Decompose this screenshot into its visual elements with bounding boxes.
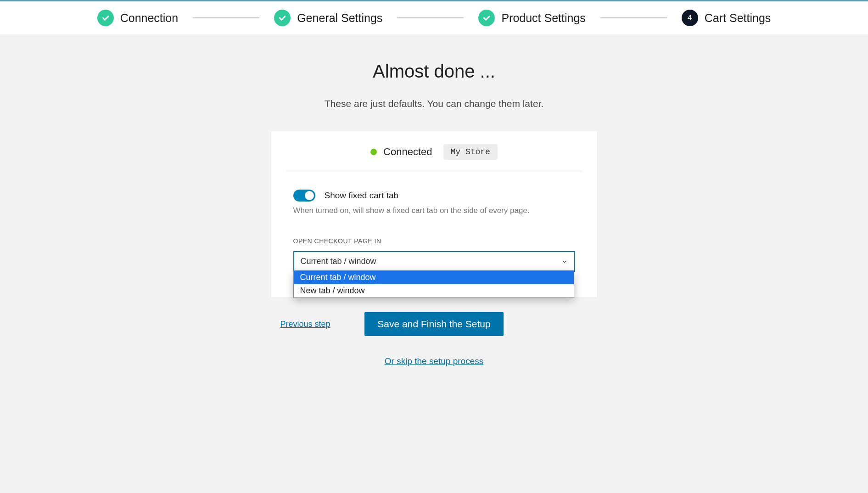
checkout-option-new-tab[interactable]: New tab / window bbox=[294, 284, 574, 297]
check-circle-icon bbox=[97, 10, 114, 26]
skip-link-row: Or skip the setup process bbox=[0, 356, 868, 385]
page-subtitle: These are just defaults. You can change … bbox=[0, 98, 868, 109]
cart-tab-toggle-label: Show fixed cart tab bbox=[325, 190, 399, 201]
checkout-select-wrapper: Current tab / window Current tab / windo… bbox=[293, 251, 575, 272]
chevron-down-icon bbox=[561, 258, 568, 265]
step-label: General Settings bbox=[297, 11, 382, 25]
step-connector bbox=[193, 17, 259, 18]
toggle-knob bbox=[305, 191, 314, 200]
cart-tab-toggle-description: When turned on, will show a fixed cart t… bbox=[293, 206, 575, 215]
step-label: Cart Settings bbox=[705, 11, 771, 25]
page-title: Almost done ... bbox=[0, 61, 868, 82]
store-name-badge: My Store bbox=[443, 144, 498, 160]
step-connector bbox=[397, 17, 464, 18]
step-label: Product Settings bbox=[501, 11, 585, 25]
card-header: Connected My Store bbox=[271, 131, 597, 171]
check-circle-icon bbox=[478, 10, 495, 26]
skip-setup-link[interactable]: Or skip the setup process bbox=[385, 356, 483, 366]
step-number: 4 bbox=[688, 13, 692, 22]
checkout-select[interactable]: Current tab / window bbox=[293, 251, 575, 272]
step-cart-settings[interactable]: 4 Cart Settings bbox=[682, 10, 771, 26]
progress-steps-bar: Connection General Settings Product Sett… bbox=[0, 1, 868, 34]
step-label: Connection bbox=[120, 11, 178, 25]
actions-row: Previous step Save and Finish the Setup bbox=[271, 312, 597, 345]
step-general-settings[interactable]: General Settings bbox=[274, 10, 382, 26]
status-dot-icon bbox=[370, 149, 377, 155]
previous-step-link[interactable]: Previous step bbox=[280, 319, 330, 329]
settings-card: Connected My Store Show fixed cart tab W… bbox=[271, 131, 597, 297]
connection-status-label: Connected bbox=[383, 146, 432, 158]
save-finish-button[interactable]: Save and Finish the Setup bbox=[364, 312, 503, 336]
step-group: Connection General Settings Product Sett… bbox=[97, 10, 771, 26]
step-number-circle: 4 bbox=[682, 10, 698, 26]
checkout-select-label: OPEN CHECKOUT PAGE IN bbox=[293, 237, 575, 245]
checkout-selected-value: Current tab / window bbox=[301, 257, 376, 266]
main-content: Almost done ... These are just defaults.… bbox=[0, 34, 868, 385]
step-product-settings[interactable]: Product Settings bbox=[478, 10, 585, 26]
step-connection[interactable]: Connection bbox=[97, 10, 178, 26]
checkout-option-current-tab[interactable]: Current tab / window bbox=[294, 271, 574, 284]
card-body: Show fixed cart tab When turned on, will… bbox=[271, 171, 597, 297]
check-circle-icon bbox=[274, 10, 291, 26]
step-connector bbox=[600, 17, 667, 18]
checkout-dropdown-list: Current tab / window New tab / window bbox=[293, 270, 574, 298]
cart-tab-toggle-row: Show fixed cart tab bbox=[293, 190, 575, 202]
cart-tab-toggle[interactable] bbox=[293, 190, 315, 202]
